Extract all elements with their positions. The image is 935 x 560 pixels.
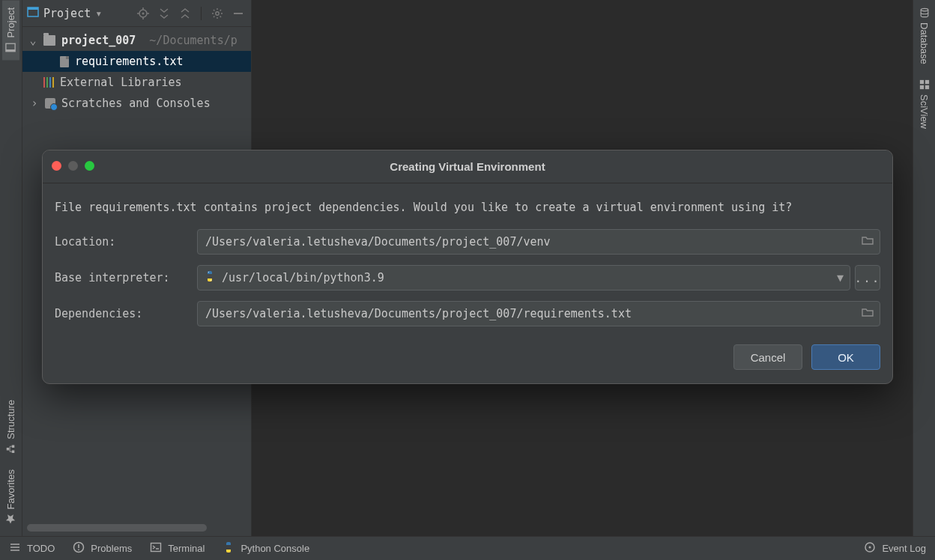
locate-icon[interactable] bbox=[135, 5, 151, 22]
close-icon[interactable] bbox=[52, 161, 61, 171]
browse-folder-icon[interactable] bbox=[862, 234, 874, 249]
tool-tab-sciview-label: SciView bbox=[919, 94, 930, 129]
tool-tab-python-console-label: Python Console bbox=[240, 543, 309, 554]
input-location[interactable]: /Users/valeria.letusheva/Documents/proje… bbox=[197, 229, 880, 255]
tool-tab-todo-label: TODO bbox=[27, 543, 55, 554]
folder-icon bbox=[43, 35, 55, 46]
tree-row-scratches[interactable]: › Scratches and Consoles bbox=[22, 93, 251, 114]
tool-tab-structure-placeholder bbox=[8, 64, 14, 79]
chevron-down-icon[interactable]: ⌄ bbox=[28, 34, 37, 47]
svg-rect-11 bbox=[28, 7, 38, 10]
problems-icon bbox=[73, 541, 85, 556]
ok-button-label: OK bbox=[838, 351, 854, 364]
collapse-all-icon[interactable] bbox=[177, 5, 193, 22]
event-log-icon bbox=[864, 541, 876, 556]
project-tool-header: Project ▾ bbox=[22, 0, 251, 27]
tool-tab-project-label: Project bbox=[5, 7, 16, 37]
row-base-interpreter: Base interpreter: /usr/local/bin/python3… bbox=[55, 265, 880, 290]
tree-row-external-libraries[interactable]: External Libraries bbox=[22, 72, 251, 93]
horizontal-scrollbar[interactable] bbox=[27, 524, 246, 532]
project-view-title[interactable]: Project bbox=[43, 7, 91, 20]
hide-icon[interactable] bbox=[230, 5, 246, 22]
more-interpreters-label: ... bbox=[855, 271, 881, 285]
project-view-icon bbox=[27, 6, 39, 21]
file-icon bbox=[60, 56, 69, 67]
right-tool-strip: Database SciView bbox=[913, 0, 935, 536]
structure-icon bbox=[6, 444, 16, 454]
svg-rect-15 bbox=[234, 13, 243, 14]
chevron-down-icon[interactable]: ▼ bbox=[837, 271, 844, 284]
tool-tab-sciview[interactable]: SciView bbox=[916, 72, 933, 136]
database-icon bbox=[919, 7, 930, 18]
svg-rect-9 bbox=[925, 85, 928, 89]
svg-rect-3 bbox=[12, 445, 15, 448]
svg-rect-17 bbox=[79, 544, 80, 548]
tree-row-file-requirements[interactable]: requirements.txt bbox=[22, 51, 251, 72]
svg-rect-4 bbox=[7, 448, 10, 451]
cancel-button[interactable]: Cancel bbox=[733, 344, 802, 370]
ok-button[interactable]: OK bbox=[811, 344, 880, 370]
sciview-icon bbox=[919, 79, 930, 90]
chevron-right-icon[interactable]: › bbox=[30, 97, 39, 110]
cancel-button-label: Cancel bbox=[751, 351, 786, 364]
scratches-icon bbox=[45, 98, 55, 109]
label-location: Location: bbox=[55, 235, 197, 249]
input-dependencies-value: /Users/valeria.letusheva/Documents/proje… bbox=[205, 307, 632, 320]
label-base-interpreter: Base interpreter: bbox=[55, 271, 197, 284]
tool-tab-database[interactable]: Database bbox=[916, 0, 933, 72]
dialog-title: Creating Virtual Environment bbox=[390, 160, 545, 173]
dialog-body: File requirements.txt contains project d… bbox=[43, 183, 892, 383]
label-dependencies: Dependencies: bbox=[55, 307, 197, 320]
svg-rect-6 bbox=[919, 80, 923, 84]
browse-folder-icon[interactable] bbox=[862, 306, 874, 321]
tool-tab-python-console[interactable]: Python Console bbox=[214, 537, 318, 560]
project-window-icon bbox=[6, 42, 16, 52]
svg-rect-1 bbox=[6, 49, 15, 52]
chevron-down-icon[interactable]: ▾ bbox=[95, 7, 102, 20]
window-controls bbox=[52, 161, 94, 171]
svg-rect-19 bbox=[151, 544, 161, 552]
row-location: Location: /Users/valeria.letusheva/Docum… bbox=[55, 229, 880, 255]
minimize-icon bbox=[68, 161, 78, 171]
gear-icon[interactable] bbox=[209, 5, 226, 22]
python-icon bbox=[223, 541, 234, 556]
combo-base-interpreter[interactable]: /usr/local/bin/python3.9 ▼ bbox=[197, 265, 850, 290]
tool-tab-favorites-label: Favorites bbox=[5, 469, 16, 509]
tool-tab-project[interactable]: Project bbox=[2, 0, 19, 60]
star-icon bbox=[6, 514, 16, 524]
tool-tab-event-log[interactable]: Event Log bbox=[855, 537, 935, 560]
todo-icon bbox=[9, 541, 21, 556]
tool-tab-structure[interactable]: Structure bbox=[2, 392, 19, 462]
svg-rect-7 bbox=[925, 80, 928, 84]
left-tool-strip: Project Structure Favorites bbox=[0, 0, 22, 536]
tree-row-root[interactable]: ⌄ project_007 ~/Documents/p bbox=[22, 30, 251, 51]
tree-scratches-label: Scratches and Consoles bbox=[61, 97, 211, 110]
combo-base-interpreter-value: /usr/local/bin/python3.9 bbox=[222, 271, 384, 284]
expand-all-icon[interactable] bbox=[156, 5, 172, 22]
libraries-icon bbox=[43, 77, 54, 88]
tree-file-name: requirements.txt bbox=[75, 55, 184, 68]
svg-point-23 bbox=[211, 280, 211, 281]
tool-tab-structure-label: Structure bbox=[5, 400, 16, 439]
tool-tab-favorites[interactable]: Favorites bbox=[2, 462, 19, 532]
tool-tab-terminal[interactable]: Terminal bbox=[141, 537, 214, 560]
scrollbar-thumb[interactable] bbox=[27, 524, 207, 532]
bottom-tool-bar: TODO Problems Terminal Python Console Ev… bbox=[0, 536, 935, 560]
dialog-create-venv: Creating Virtual Environment File requir… bbox=[42, 150, 893, 384]
tool-tab-event-log-label: Event Log bbox=[882, 543, 926, 554]
svg-point-13 bbox=[142, 12, 145, 14]
more-interpreters-button[interactable]: ... bbox=[855, 265, 880, 290]
dialog-message: File requirements.txt contains project d… bbox=[55, 200, 880, 216]
svg-point-21 bbox=[869, 547, 871, 549]
tool-tab-terminal-label: Terminal bbox=[168, 543, 205, 554]
dialog-titlebar[interactable]: Creating Virtual Environment bbox=[43, 150, 892, 183]
tool-tab-problems[interactable]: Problems bbox=[64, 537, 141, 560]
zoom-icon[interactable] bbox=[85, 161, 94, 171]
tool-tab-todo[interactable]: TODO bbox=[0, 537, 64, 560]
input-location-value: /Users/valeria.letusheva/Documents/proje… bbox=[205, 235, 551, 249]
input-dependencies[interactable]: /Users/valeria.letusheva/Documents/proje… bbox=[197, 301, 880, 326]
svg-point-5 bbox=[921, 8, 928, 11]
tree-root-name: project_007 bbox=[61, 34, 136, 47]
python-icon bbox=[204, 270, 216, 285]
tree-root-path: ~/Documents/p bbox=[149, 34, 237, 47]
